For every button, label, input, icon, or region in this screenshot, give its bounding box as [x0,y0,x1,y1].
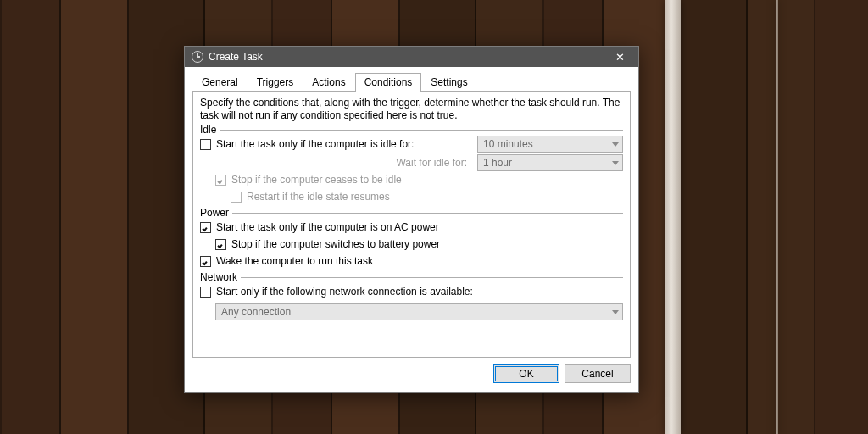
dialog-footer: OK Cancel [192,358,631,385]
separator [220,130,623,131]
label-start-if-idle: Start the task only if the computer is i… [216,138,414,150]
ok-button[interactable]: OK [493,364,559,383]
row-stop-if-not-idle: Stop if the computer ceases to be idle [200,171,623,188]
tab-conditions[interactable]: Conditions [355,73,422,92]
label-start-only-if-network: Start only if the following network conn… [216,286,473,298]
conditions-description: Specify the conditions that, along with … [200,97,623,122]
client-area: General Triggers Actions Conditions Sett… [185,67,638,392]
label-start-on-ac: Start the task only if the computer is o… [216,221,439,233]
group-idle-label: Idle [200,124,220,136]
separator [241,277,623,278]
row-start-if-idle: Start the task only if the computer is i… [200,136,470,153]
combo-wait-for-idle[interactable]: 1 hour [477,154,623,171]
group-idle: Idle [200,124,623,136]
row-stop-on-battery: Stop if the computer switches to battery… [200,236,623,253]
row-start-on-ac: Start the task only if the computer is o… [200,219,623,236]
checkbox-start-on-ac[interactable] [200,222,211,233]
window-title: Create Task [209,51,606,63]
tabstrip: General Triggers Actions Conditions Sett… [192,73,631,92]
combo-idle-duration-value: 10 minutes [483,138,533,150]
label-wait-for-idle: Wait for idle for: [200,157,470,169]
group-network: Network [200,271,623,283]
checkbox-stop-if-not-idle [215,175,226,186]
scheduler-icon [192,51,203,63]
chevron-down-icon [612,310,619,314]
tab-actions[interactable]: Actions [303,73,354,92]
titlebar[interactable]: Create Task ✕ [185,47,638,67]
row-restart-if-idle: Restart if the idle state resumes [200,188,623,205]
group-network-label: Network [200,271,241,283]
chevron-down-icon [612,142,619,147]
label-wake-to-run: Wake the computer to run this task [216,255,373,267]
label-stop-if-not-idle: Stop if the computer ceases to be idle [231,174,402,186]
combo-wait-for-idle-value: 1 hour [483,157,512,169]
conditions-page: Specify the conditions that, along with … [192,92,631,358]
row-start-only-if-network: Start only if the following network conn… [200,283,623,300]
checkbox-stop-on-battery[interactable] [215,239,226,250]
chevron-down-icon [612,161,619,165]
label-stop-on-battery: Stop if the computer switches to battery… [231,238,440,250]
tab-triggers[interactable]: Triggers [248,73,303,92]
checkbox-restart-if-idle [231,192,242,203]
background-streak [665,0,681,434]
create-task-window: Create Task ✕ General Triggers Actions C… [184,46,639,393]
background-streak [776,0,778,434]
combo-idle-duration[interactable]: 10 minutes [477,136,623,153]
close-button[interactable]: ✕ [606,47,633,67]
separator [232,213,623,214]
combo-network-connection-value: Any connection [221,306,291,318]
label-restart-if-idle: Restart if the idle state resumes [247,191,390,203]
row-wake-to-run: Wake the computer to run this task [200,253,623,270]
desktop-background: Create Task ✕ General Triggers Actions C… [0,0,868,434]
checkbox-wake-to-run[interactable] [200,256,211,267]
group-power: Power [200,207,623,219]
row-network-connection: Any connection [200,303,623,320]
cancel-button[interactable]: Cancel [565,364,631,383]
group-power-label: Power [200,207,232,219]
checkbox-start-if-idle[interactable] [200,139,211,150]
tab-general[interactable]: General [192,73,248,92]
combo-network-connection[interactable]: Any connection [215,303,623,320]
checkbox-start-only-if-network[interactable] [200,287,211,298]
tab-settings[interactable]: Settings [421,73,476,92]
